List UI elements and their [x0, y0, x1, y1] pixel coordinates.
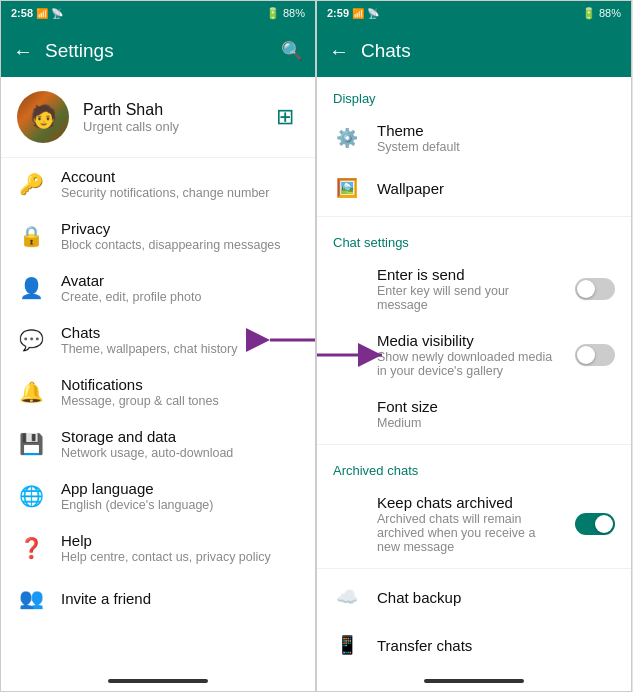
notifications-sublabel: Message, group & call tones	[61, 394, 299, 408]
storage-label: Storage and data	[61, 428, 299, 445]
sidebar-item-account[interactable]: 🔑 Account Security notifications, change…	[1, 158, 315, 210]
wallpaper-item[interactable]: 🖼️ Wallpaper	[317, 164, 631, 212]
keep-archived-label: Keep chats archived	[377, 494, 559, 511]
notifications-icon: 🔔	[17, 378, 45, 406]
right-time: 2:59	[327, 7, 349, 19]
theme-icon: ⚙️	[333, 124, 361, 152]
left-page-title: Settings	[45, 40, 281, 62]
left-status-bar: 2:58 📶 📡 🔋 88%	[1, 1, 315, 25]
sidebar-item-help[interactable]: ❓ Help Help centre, contact us, privacy …	[1, 522, 315, 574]
theme-item[interactable]: ⚙️ Theme System default	[317, 112, 631, 164]
storage-sublabel: Network usage, auto-download	[61, 446, 299, 460]
media-visibility-item[interactable]: Media visibility Show newly downloaded m…	[317, 322, 631, 388]
display-section-header: Display	[317, 77, 631, 112]
right-back-button[interactable]: ←	[329, 40, 349, 63]
enter-send-sublabel: Enter key will send your message	[377, 284, 559, 312]
help-sublabel: Help centre, contact us, privacy policy	[61, 550, 299, 564]
theme-label: Theme	[377, 122, 615, 139]
left-status-icons: 📶 📡	[36, 8, 63, 19]
help-label: Help	[61, 532, 299, 549]
profile-info: Parth Shah Urgent calls only	[83, 101, 257, 134]
language-icon: 🌐	[17, 482, 45, 510]
left-battery: 88%	[283, 7, 305, 19]
chat-backup-icon: ☁️	[333, 583, 361, 611]
transfer-chats-icon: 📱	[333, 631, 361, 659]
left-battery-icon: 🔋	[266, 7, 280, 20]
avatar: 🧑	[17, 91, 69, 143]
right-battery: 88%	[599, 7, 621, 19]
keep-archived-toggle[interactable]	[575, 513, 615, 535]
left-search-icon[interactable]: 🔍	[281, 40, 303, 62]
left-time: 2:58	[11, 7, 33, 19]
right-content: Display ⚙️ Theme System default 🖼️ Wallp…	[317, 77, 631, 671]
right-status-icons: 📶 📡	[352, 8, 379, 19]
right-nav-pill	[424, 679, 524, 683]
chat-backup-label: Chat backup	[377, 589, 615, 606]
invite-icon: 👥	[17, 584, 45, 612]
help-icon: ❓	[17, 534, 45, 562]
privacy-label: Privacy	[61, 220, 299, 237]
profile-section[interactable]: 🧑 Parth Shah Urgent calls only ⊞	[1, 77, 315, 158]
left-nav-indicator	[1, 671, 315, 691]
left-arrow-annotation	[240, 322, 315, 358]
keep-archived-sublabel: Archived chats will remain archived when…	[377, 512, 559, 554]
font-size-label: Font size	[377, 398, 615, 415]
chat-history-item[interactable]: 🕐 Chat history	[317, 669, 631, 671]
avatar-sublabel: Create, edit, profile photo	[61, 290, 299, 304]
divider-3	[317, 568, 631, 569]
settings-menu: 🔑 Account Security notifications, change…	[1, 158, 315, 622]
keep-archived-item[interactable]: Keep chats archived Archived chats will …	[317, 484, 631, 564]
account-sublabel: Security notifications, change number	[61, 186, 299, 200]
media-visibility-toggle[interactable]	[575, 344, 615, 366]
left-back-button[interactable]: ←	[13, 40, 33, 63]
language-label: App language	[61, 480, 299, 497]
divider-1	[317, 216, 631, 217]
divider-2	[317, 444, 631, 445]
avatar-label: Avatar	[61, 272, 299, 289]
privacy-sublabel: Block contacts, disappearing messages	[61, 238, 299, 252]
privacy-icon: 🔒	[17, 222, 45, 250]
sidebar-item-notifications[interactable]: 🔔 Notifications Message, group & call to…	[1, 366, 315, 418]
qr-icon[interactable]: ⊞	[271, 103, 299, 131]
chat-backup-item[interactable]: ☁️ Chat backup	[317, 573, 631, 621]
media-visibility-label: Media visibility	[377, 332, 559, 349]
left-top-bar: ← Settings 🔍	[1, 25, 315, 77]
sidebar-item-avatar[interactable]: 👤 Avatar Create, edit, profile photo	[1, 262, 315, 314]
theme-sublabel: System default	[377, 140, 615, 154]
sidebar-item-privacy[interactable]: 🔒 Privacy Block contacts, disappearing m…	[1, 210, 315, 262]
account-icon: 🔑	[17, 170, 45, 198]
profile-status: Urgent calls only	[83, 119, 257, 134]
right-page-title: Chats	[361, 40, 619, 62]
chats-icon: 💬	[17, 326, 45, 354]
language-sublabel: English (device's language)	[61, 498, 299, 512]
archived-chats-header: Archived chats	[317, 449, 631, 484]
media-visibility-sublabel: Show newly downloaded media in your devi…	[377, 350, 559, 378]
sidebar-item-invite[interactable]: 👥 Invite a friend	[1, 574, 315, 622]
wallpaper-icon: 🖼️	[333, 174, 361, 202]
right-battery-icon: 🔋	[582, 7, 596, 20]
sidebar-item-storage[interactable]: 💾 Storage and data Network usage, auto-d…	[1, 418, 315, 470]
avatar-icon: 👤	[17, 274, 45, 302]
sidebar-item-language[interactable]: 🌐 App language English (device's languag…	[1, 470, 315, 522]
transfer-chats-item[interactable]: 📱 Transfer chats	[317, 621, 631, 669]
chat-settings-header: Chat settings	[317, 221, 631, 256]
right-phone: 2:59 📶 📡 🔋 88% ← Chats Display ⚙️ Theme …	[316, 0, 632, 692]
storage-icon: 💾	[17, 430, 45, 458]
left-content: 🧑 Parth Shah Urgent calls only ⊞ 🔑 Accou…	[1, 77, 315, 671]
font-size-item[interactable]: Font size Medium	[317, 388, 631, 440]
enter-send-toggle[interactable]	[575, 278, 615, 300]
wallpaper-label: Wallpaper	[377, 180, 615, 197]
account-label: Account	[61, 168, 299, 185]
sidebar-item-chats[interactable]: 💬 Chats Theme, wallpapers, chat history	[1, 314, 315, 366]
left-phone: 2:58 📶 📡 🔋 88% ← Settings 🔍 🧑 Parth Shah…	[0, 0, 316, 692]
right-top-bar: ← Chats	[317, 25, 631, 77]
right-nav-indicator	[317, 671, 631, 691]
transfer-chats-label: Transfer chats	[377, 637, 615, 654]
left-nav-pill	[108, 679, 208, 683]
font-size-sublabel: Medium	[377, 416, 615, 430]
invite-label: Invite a friend	[61, 590, 299, 607]
enter-send-label: Enter is send	[377, 266, 559, 283]
right-status-bar: 2:59 📶 📡 🔋 88%	[317, 1, 631, 25]
enter-send-item[interactable]: Enter is send Enter key will send your m…	[317, 256, 631, 322]
notifications-label: Notifications	[61, 376, 299, 393]
